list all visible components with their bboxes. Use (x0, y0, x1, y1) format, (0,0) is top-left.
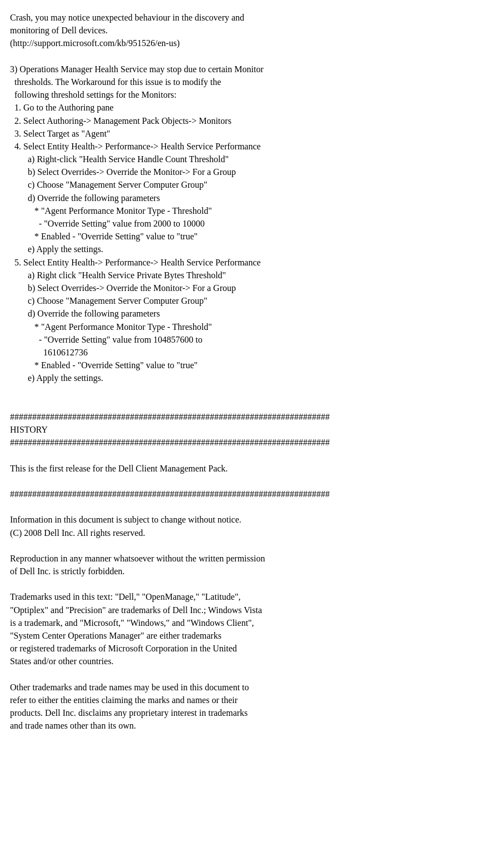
main-content: Crash, you may notice unexpected behavio… (10, 11, 469, 732)
